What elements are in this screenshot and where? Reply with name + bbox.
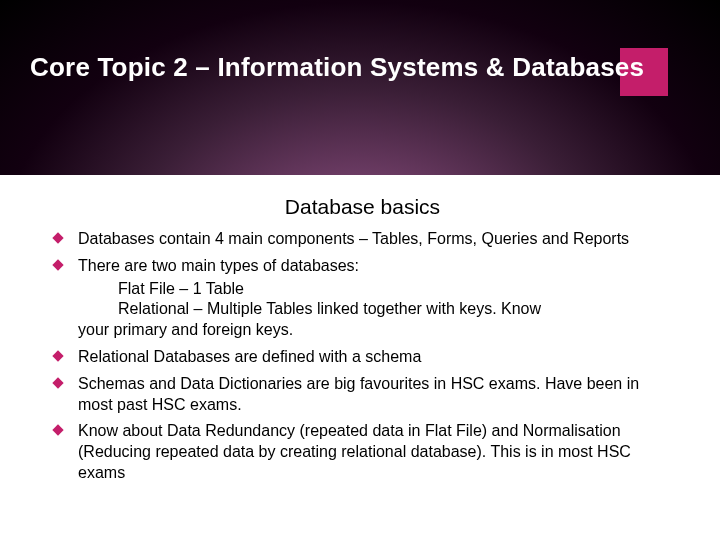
slide-title: Core Topic 2 – Information Systems & Dat… bbox=[30, 52, 644, 83]
list-item: Relational Databases are defined with a … bbox=[50, 347, 675, 368]
bullet-text: Databases contain 4 main components – Ta… bbox=[78, 230, 629, 247]
bullet-text: Schemas and Data Dictionaries are big fa… bbox=[78, 375, 639, 413]
header-banner: Core Topic 2 – Information Systems & Dat… bbox=[0, 0, 720, 175]
sub-line: your primary and foreign keys. bbox=[78, 320, 675, 341]
diamond-bullet-icon bbox=[52, 259, 63, 270]
list-item: Schemas and Data Dictionaries are big fa… bbox=[50, 374, 675, 416]
sub-line: Relational – Multiple Tables linked toge… bbox=[78, 299, 675, 320]
list-item: There are two main types of databases: F… bbox=[50, 256, 675, 341]
subtitle: Database basics bbox=[50, 195, 675, 219]
bullet-text: There are two main types of databases: bbox=[78, 257, 359, 274]
bullet-text: Relational Databases are defined with a … bbox=[78, 348, 421, 365]
sub-lines: Flat File – 1 Table Relational – Multipl… bbox=[78, 279, 675, 341]
sub-line: Flat File – 1 Table bbox=[78, 279, 675, 300]
slide: Core Topic 2 – Information Systems & Dat… bbox=[0, 0, 720, 540]
list-item: Databases contain 4 main components – Ta… bbox=[50, 229, 675, 250]
diamond-bullet-icon bbox=[52, 350, 63, 361]
diamond-bullet-icon bbox=[52, 232, 63, 243]
bullet-list: Databases contain 4 main components – Ta… bbox=[50, 229, 675, 484]
content-area: Database basics Databases contain 4 main… bbox=[50, 195, 675, 490]
diamond-bullet-icon bbox=[52, 425, 63, 436]
list-item: Know about Data Redundancy (repeated dat… bbox=[50, 421, 675, 483]
bullet-text: Know about Data Redundancy (repeated dat… bbox=[78, 422, 631, 481]
diamond-bullet-icon bbox=[52, 377, 63, 388]
